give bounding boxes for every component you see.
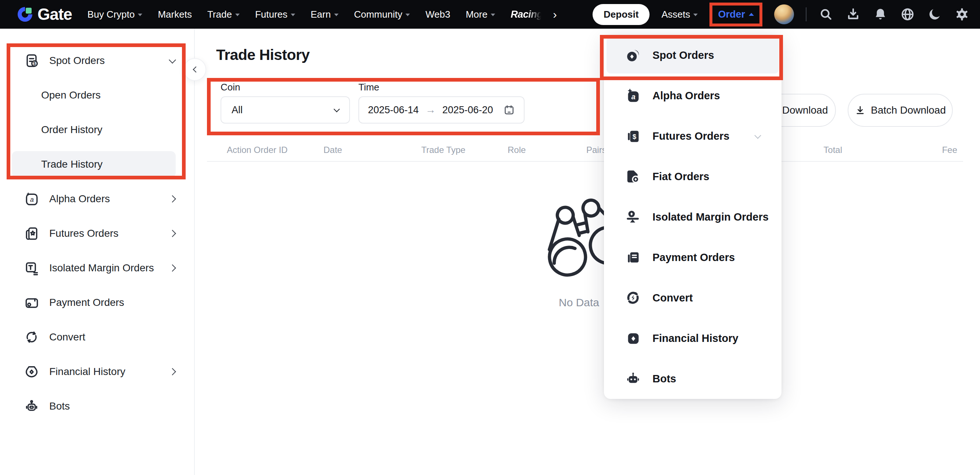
orders-sidebar: $ Spot Orders Open Orders Order History … [0,29,195,475]
chevron-down-icon [235,14,240,16]
chevron-down-icon [406,14,410,16]
date-range-picker[interactable]: 2025-06-14 → 2025-06-20 [358,96,525,124]
order-menu-item-isolated-margin-orders[interactable]: Isolated Margin Orders [604,197,781,237]
column-header-trade-type: Trade Type [421,145,465,155]
futures-orders-icon [24,225,40,242]
nav-item-markets[interactable]: Markets [158,9,191,20]
svg-text:a: a [30,196,34,203]
top-navigation-bar: Gate Buy Crypto Markets Trade Futures Ea… [0,0,980,29]
financial-history-icon [625,330,641,347]
bots-icon [24,398,40,414]
column-header-action-order-id: Action Order ID [227,145,288,155]
chevron-up-icon [749,13,754,16]
date-to-value[interactable]: 2025-06-20 [442,104,493,116]
column-header-pairs: Pairs [586,145,606,155]
chevron-right-icon [169,265,176,272]
language-globe-icon[interactable] [900,6,915,22]
spot-orders-icon: $ [24,53,40,69]
convert-icon [24,329,40,345]
fiat-orders-icon [625,168,641,185]
sidebar-item-isolated-margin-orders[interactable]: Isolated Margin Orders [0,251,194,285]
order-menu-item-alpha-orders[interactable]: a Alpha Orders [604,75,781,116]
nav-item-community[interactable]: Community [354,9,410,20]
sidebar-item-futures-orders[interactable]: Futures Orders [0,216,194,251]
brand-name: Gate [38,5,72,24]
no-data-text: No Data [559,296,599,309]
sidebar-item-trade-history[interactable]: Trade History [0,147,194,182]
isolated-margin-orders-icon [24,260,40,276]
nav-item-assets[interactable]: Assets [661,9,698,20]
sidebar-item-convert[interactable]: Convert [0,320,194,354]
svg-text:$: $ [633,133,636,140]
chevron-down-icon [693,14,698,16]
chevron-down-icon [334,106,340,113]
chevron-down-icon [334,14,339,16]
time-filter-label: Time [358,81,379,93]
column-header-total: Total [823,145,842,155]
sidebar-item-spot-orders[interactable]: $ Spot Orders [0,43,194,78]
order-menu-item-convert[interactable]: Convert [604,277,781,318]
nav-scroll-arrow[interactable]: › [553,8,557,21]
chevron-down-icon [754,132,761,139]
coin-filter-label: Coin [221,81,240,93]
deposit-button[interactable]: Deposit [593,4,649,25]
alpha-orders-icon: a [625,87,641,104]
coin-filter-value: All [232,104,243,116]
calendar-icon [503,104,515,116]
order-menu-item-payment-orders[interactable]: Payment Orders [604,237,781,277]
download-icon [855,105,865,116]
dark-mode-moon-icon[interactable] [927,6,942,22]
nav-item-buy-crypto[interactable]: Buy Crypto [88,9,143,20]
nav-item-earn[interactable]: Earn [310,9,339,20]
chevron-right-icon [169,230,176,237]
payment-orders-icon [625,249,641,266]
chevron-right-icon [169,368,176,375]
order-menu-trigger[interactable]: Order [718,9,745,20]
alpha-orders-icon: a [24,191,40,207]
chevron-down-icon [291,14,295,16]
gate-logo-mark-icon [15,4,35,25]
sidebar-item-bots[interactable]: Bots [0,389,194,424]
table-header-divider [207,161,963,162]
nav-item-more[interactable]: More [466,9,495,20]
date-from-value[interactable]: 2025-06-14 [368,104,419,116]
order-menu-item-fiat-orders[interactable]: Fiat Orders [604,156,781,197]
svg-text:a: a [632,92,636,101]
coin-filter-select[interactable]: All [221,96,350,124]
batch-download-button[interactable]: Batch Download [848,94,953,127]
download-center-icon[interactable] [845,6,861,22]
spot-orders-icon [625,47,641,64]
sidebar-item-payment-orders[interactable]: Payment Orders [0,285,194,320]
nav-item-trade[interactable]: Trade [207,9,240,20]
page-title: Trade History [216,46,310,64]
date-range-arrow-icon: → [425,104,436,116]
sidebar-item-financial-history[interactable]: Financial History [0,354,194,389]
order-menu-item-futures-orders[interactable]: $ Futures Orders [604,116,781,156]
financial-history-icon [24,363,40,380]
column-header-role: Role [508,145,526,155]
sidebar-collapse-button[interactable] [183,58,206,81]
sidebar-item-open-orders[interactable]: Open Orders [0,78,194,113]
settings-gear-icon[interactable] [954,6,970,22]
user-avatar[interactable] [774,5,794,24]
racing-promo-logo[interactable]: Racing [511,9,542,20]
futures-orders-icon: $ [625,128,641,145]
nav-item-futures[interactable]: Futures [255,9,295,20]
bots-icon [625,370,641,387]
nav-item-order[interactable]: Order [710,3,762,27]
convert-icon [625,289,641,306]
order-menu-item-spot-orders[interactable]: Spot Orders [604,35,781,75]
search-icon[interactable] [818,6,834,22]
nav-item-web3[interactable]: Web3 [425,9,450,20]
column-header-date: Date [323,145,342,155]
payment-orders-icon [24,295,40,311]
sidebar-item-alpha-orders[interactable]: a Alpha Orders [0,182,194,216]
order-menu-item-bots[interactable]: Bots [604,359,781,399]
sidebar-item-order-history[interactable]: Order History [0,113,194,147]
svg-text:$: $ [33,61,36,66]
chevron-down-icon [169,56,176,64]
chevron-down-icon [138,14,142,16]
gate-logo[interactable]: Gate [15,4,72,25]
notifications-bell-icon[interactable] [873,6,888,22]
order-menu-item-financial-history[interactable]: Financial History [604,318,781,359]
